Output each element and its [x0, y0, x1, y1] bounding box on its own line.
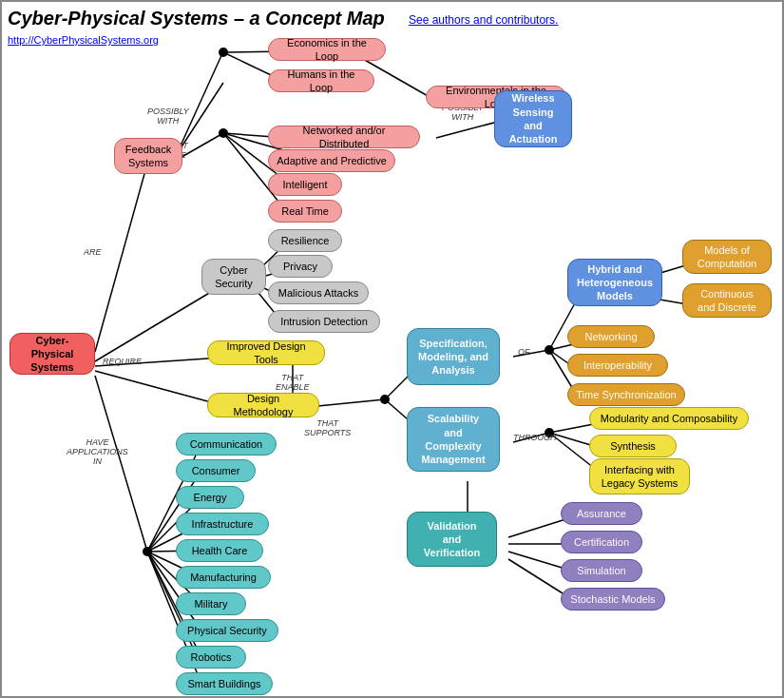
outer-border [0, 0, 784, 698]
node-continuous: Continuousand Discrete [682, 283, 772, 318]
main-canvas: Cyber-Physical Systems – a Concept Map S… [0, 0, 784, 698]
label-are: ARE [84, 247, 102, 257]
label-applications: HAVEAPPLICATIONSIN [67, 437, 128, 466]
node-modularity: Modularity and Composability [589, 407, 749, 430]
junction-dot-4 [380, 395, 390, 404]
node-simulation: Simulation [561, 559, 642, 582]
node-resilience: Resilience [268, 229, 342, 252]
node-consumer: Consumer [176, 459, 256, 482]
node-time-sync: Time Synchronization [567, 383, 685, 406]
concept-map-lines [0, 0, 784, 698]
node-smart-buildings: Smart Buildings [176, 672, 273, 695]
url-link[interactable]: http://CyberPhysicalSystems.org [8, 34, 159, 46]
node-validation: ValidationandVerification [407, 512, 497, 567]
node-models-computation: Models ofComputation [682, 240, 772, 274]
node-cyber-security: CyberSecurity [201, 259, 266, 295]
node-intrusion: Intrusion Detection [268, 310, 380, 333]
node-synthesis: Synthesis [589, 435, 677, 457]
node-infrastructure: Infrastructure [176, 513, 269, 535]
node-economics: Economics in the Loop [268, 38, 386, 61]
node-military: Military [176, 592, 246, 615]
label-of: OF [518, 347, 530, 357]
node-humans: Humans in the Loop [268, 69, 374, 92]
node-adaptive: Adaptive and Predictive [268, 149, 395, 172]
junction-dot-1 [219, 48, 228, 57]
node-robotics: Robotics [176, 646, 246, 669]
node-communication: Communication [176, 433, 277, 456]
label-that-supports: THATSUPPORTS [304, 418, 351, 437]
node-feedback-systems: FeedbackSystems [114, 138, 182, 174]
node-intelligent: Intelligent [268, 173, 342, 196]
node-networking: Networking [567, 325, 655, 348]
node-malicious: Malicious Attacks [268, 281, 369, 304]
node-manufacturing: Manufacturing [176, 566, 271, 589]
junction-dot-3 [143, 547, 152, 556]
node-design-methodology: Design Methodology [207, 393, 319, 417]
svg-line-0 [95, 164, 147, 352]
junction-dot-5 [545, 345, 554, 355]
node-energy: Energy [176, 486, 244, 509]
node-interoperability: Interoperability [567, 354, 668, 377]
label-require: REQUIRE [103, 357, 142, 366]
node-wireless-sensing: WirelessSensingandActuation [494, 90, 572, 147]
svg-line-16 [177, 51, 223, 154]
label-that-enable: THATENABLE [276, 373, 310, 392]
page-title: Cyber-Physical Systems – a Concept Map [8, 8, 385, 29]
authors-link[interactable]: See authors and contributors. [409, 13, 558, 27]
node-physical-security: Physical Security [176, 619, 278, 642]
junction-dot-2 [219, 128, 228, 138]
node-assurance: Assurance [561, 502, 642, 525]
node-networked: Networked and/or Distributed [268, 126, 420, 148]
label-possibly-with-1: POSSIBLYWITH [147, 107, 189, 126]
node-health-care: Health Care [176, 539, 263, 562]
node-interfacing: Interfacing withLegacy Systems [589, 458, 690, 494]
node-hybrid: Hybrid andHeterogeneousModels [567, 259, 662, 306]
node-certification: Certification [561, 531, 642, 553]
node-scalability: ScalabilityandComplexityManagement [407, 407, 500, 472]
node-stochastic: Stochastic Models [561, 588, 665, 611]
node-improved-design: Improved Design Tools [207, 340, 325, 365]
node-real-time: Real Time [268, 200, 342, 223]
node-specification: Specification,Modeling, andAnalysis [407, 328, 500, 385]
node-cyber-physical-systems: Cyber-PhysicalSystems [10, 333, 95, 375]
node-privacy: Privacy [268, 255, 333, 278]
label-through: THROUGH [513, 433, 557, 442]
